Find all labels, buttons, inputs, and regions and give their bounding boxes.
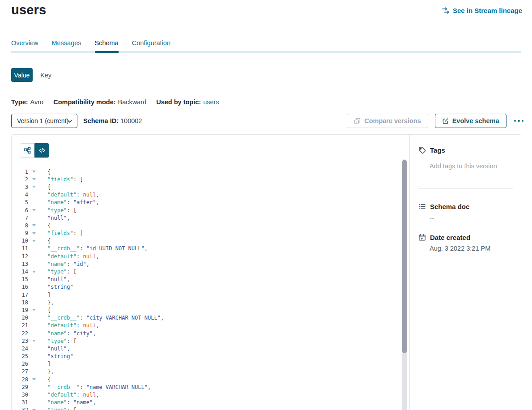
see-in-stream-lineage-link[interactable]: See in Stream lineage	[442, 7, 522, 14]
tab-bar: Overview Messages Schema Configuration	[11, 39, 521, 53]
line-number: 26	[12, 361, 28, 367]
key-toggle-button[interactable]: Key	[40, 72, 51, 79]
code-line: 1{	[12, 168, 409, 175]
code-line: 32 "type": [	[12, 406, 409, 410]
line-number: 14	[12, 269, 28, 275]
code-line: 12 "default": null,	[12, 252, 409, 260]
line-number: 2	[12, 176, 28, 183]
code-line: 25 "string"	[12, 353, 409, 360]
page-title: users	[11, 3, 46, 17]
schema-panel: 1{2 "fields": [3 {4 "default": null,5 "n…	[11, 134, 521, 410]
evolve-schema-label: Evolve schema	[452, 117, 499, 124]
compatibility-mode-value: Backward	[118, 98, 147, 106]
fold-arrow-icon[interactable]	[32, 171, 36, 173]
line-number: 30	[12, 392, 28, 398]
calendar-add-icon	[418, 234, 426, 241]
doc-list-icon	[418, 203, 426, 210]
schema-details-sidebar: Tags Schema doc -- Date created Aug. 3 2…	[410, 135, 521, 410]
code-view-button[interactable]	[34, 143, 49, 158]
schema-doc-heading: Schema doc	[430, 203, 469, 210]
tree-view-button[interactable]	[20, 143, 34, 158]
tab-overview[interactable]: Overview	[11, 39, 38, 51]
tab-schema[interactable]: Schema	[95, 39, 119, 53]
fold-arrow-icon[interactable]	[32, 178, 36, 180]
code-line: 14 "type": [	[12, 268, 409, 275]
compare-versions-label: Compare versions	[364, 117, 421, 124]
code-line: 31 "name": "name",	[12, 399, 409, 406]
line-number: 31	[12, 399, 28, 406]
compare-versions-icon	[354, 118, 361, 124]
schema-doc-value: --	[430, 214, 514, 222]
line-number: 3	[12, 184, 28, 190]
line-number: 28	[12, 376, 28, 383]
date-created-section-header: Date created	[418, 234, 514, 241]
type-label: Type:	[11, 98, 28, 106]
date-created-heading: Date created	[430, 234, 470, 241]
value-toggle-button[interactable]: Value	[11, 68, 33, 82]
stream-lineage-icon	[442, 7, 450, 14]
line-number: 9	[12, 230, 28, 236]
fold-arrow-icon[interactable]	[32, 309, 36, 311]
code-line: 11 "__crdb__": "id UUID NOT NULL",	[12, 245, 409, 252]
code-line: 27 },	[12, 368, 409, 376]
line-number: 6	[12, 207, 28, 214]
line-number: 17	[12, 292, 28, 298]
code-line: 2 "fields": [	[12, 175, 409, 183]
line-number: 8	[12, 222, 28, 229]
code-line: 13 "name": "id",	[12, 260, 409, 268]
date-created-value: Aug. 3 2022 3:21 PM	[430, 245, 514, 252]
line-number: 12	[12, 253, 28, 260]
line-number: 32	[12, 407, 28, 410]
compare-versions-button[interactable]: Compare versions	[347, 114, 428, 128]
code-line: 19 {	[12, 306, 409, 314]
fold-arrow-icon[interactable]	[32, 240, 36, 242]
line-number: 23	[12, 338, 28, 344]
edit-icon	[442, 118, 449, 124]
code-line: 3 {	[12, 183, 409, 191]
code-line: 17 ]	[12, 291, 409, 299]
line-number: 5	[12, 199, 28, 205]
code-line: 18 },	[12, 299, 409, 306]
line-number: 15	[12, 276, 28, 282]
more-options-button[interactable]	[513, 117, 525, 125]
schema-code-editor[interactable]: 1{2 "fields": [3 {4 "default": null,5 "n…	[12, 168, 409, 410]
fold-arrow-icon[interactable]	[32, 232, 36, 235]
code-line: 16 "string"	[12, 283, 409, 291]
fold-arrow-icon[interactable]	[32, 224, 36, 226]
fold-arrow-icon[interactable]	[32, 209, 36, 211]
code-line: 7 "null",	[12, 214, 409, 222]
version-select[interactable]: Version 1 (current)	[11, 114, 77, 128]
line-number: 24	[12, 346, 28, 352]
code-line: 4 "default": null,	[12, 191, 409, 199]
code-line: 9 "fields": [	[12, 230, 409, 237]
editor-scrollbar[interactable]	[402, 159, 407, 410]
schema-id-value: 100002	[120, 117, 142, 124]
code-line: 15 "null",	[12, 276, 409, 283]
line-number: 22	[12, 330, 28, 337]
code-line: 21 "default": null,	[12, 322, 409, 329]
line-number: 27	[12, 368, 28, 375]
fold-arrow-icon[interactable]	[32, 186, 36, 188]
fold-arrow-icon[interactable]	[32, 340, 36, 342]
code-line: 20 "__crdb__": "city VARCHAR NOT NULL",	[12, 314, 409, 322]
tab-configuration[interactable]: Configuration	[132, 39, 170, 51]
fold-arrow-icon[interactable]	[32, 271, 36, 273]
code-line: 26 ]	[12, 360, 409, 368]
tab-messages[interactable]: Messages	[51, 39, 81, 51]
scrollbar-thumb[interactable]	[402, 160, 407, 353]
line-number: 18	[12, 299, 28, 306]
line-number: 4	[12, 192, 28, 198]
code-view-icon	[38, 147, 46, 154]
schema-meta-row: Type: Avro Compatibility mode: Backward …	[11, 98, 219, 106]
sidebar-divider	[418, 188, 513, 189]
used-by-topic-link[interactable]: users	[203, 98, 219, 106]
line-number: 1	[12, 169, 28, 175]
evolve-schema-button[interactable]: Evolve schema	[435, 114, 506, 128]
line-number: 7	[12, 215, 28, 221]
value-key-toggle: Value Key	[11, 68, 51, 82]
line-number: 11	[12, 245, 28, 252]
add-tags-input[interactable]	[430, 162, 514, 173]
fold-arrow-icon[interactable]	[32, 378, 36, 380]
lineage-link-label: See in Stream lineage	[453, 7, 522, 14]
line-number: 10	[12, 238, 28, 244]
